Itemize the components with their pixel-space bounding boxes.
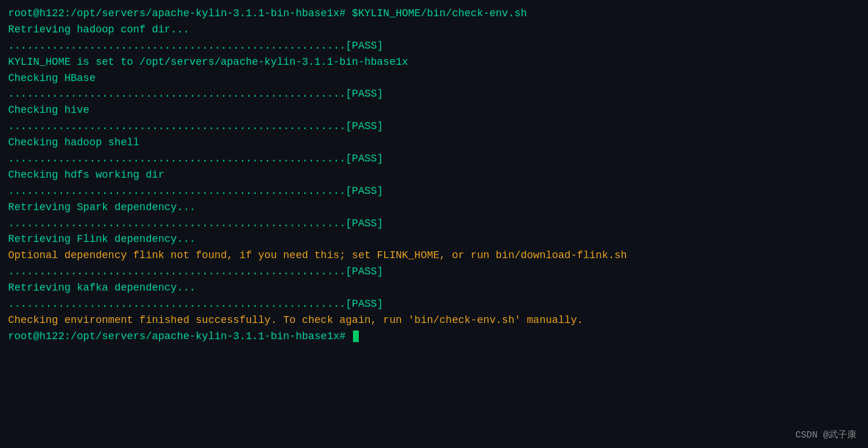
terminal-line: KYLIN_HOME is set to /opt/servers/apache… [8,54,860,71]
terminal-line: Checking hive [8,102,860,119]
terminal-line: Checking hadoop shell [8,135,860,151]
terminal-line: ........................................… [8,38,860,54]
terminal-line: Retrieving Spark dependency... [8,200,860,216]
terminal-line: Checking HBase [8,71,860,87]
terminal-line: root@h122:/opt/servers/apache-kylin-3.1.… [8,329,860,345]
terminal-line: ........................................… [8,264,860,280]
terminal-line: root@h122:/opt/servers/apache-kylin-3.1.… [8,6,860,22]
terminal-line: ........................................… [8,151,860,167]
terminal-output: root@h122:/opt/servers/apache-kylin-3.1.… [8,6,860,345]
terminal-line: ........................................… [8,216,860,232]
terminal-line: Optional dependency flink not found, if … [8,248,860,264]
terminal-line: ........................................… [8,183,860,200]
terminal-line: ........................................… [8,296,860,313]
branding-label: CSDN @武子康 [795,429,856,441]
terminal-line: ........................................… [8,86,860,102]
terminal-window: root@h122:/opt/servers/apache-kylin-3.1.… [0,0,868,448]
terminal-line: Checking hdfs working dir [8,167,860,183]
terminal-line: ........................................… [8,119,860,135]
terminal-line: Retrieving Flink dependency... [8,232,860,248]
terminal-line: Retrieving kafka dependency... [8,280,860,296]
terminal-line: Retrieving hadoop conf dir... [8,22,860,38]
terminal-cursor [353,331,359,342]
terminal-line: Checking environment finished successful… [8,313,860,329]
